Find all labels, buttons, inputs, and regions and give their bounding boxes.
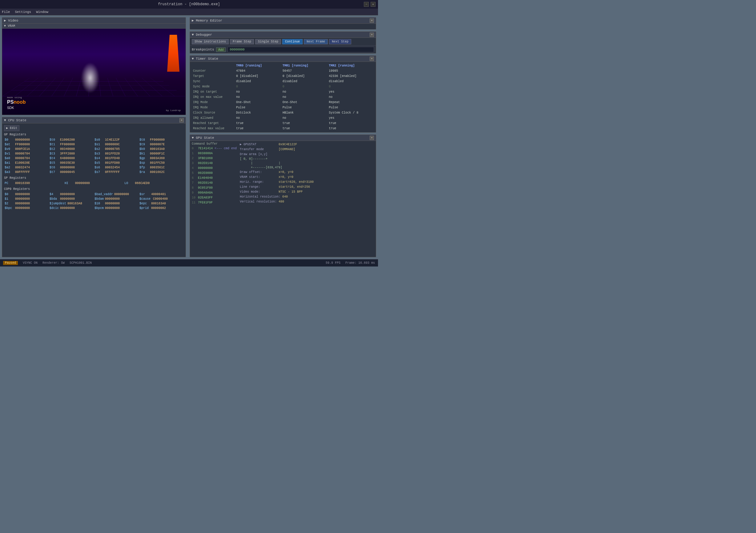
timer-irqmax-tmr1: no <box>281 94 328 100</box>
character-glow <box>81 63 99 93</box>
menu-file[interactable]: File <box>2 10 10 14</box>
gpu-close-button[interactable]: ✕ <box>370 136 374 140</box>
vram-header: ▼ VRAM <box>2 24 186 29</box>
title-bar-controls: − ✕ <box>364 2 376 7</box>
cop0-cause: $causeC0000400 <box>139 197 184 201</box>
menu-window[interactable]: Window <box>36 10 48 14</box>
timer-irqtarget-tmr0: no <box>235 89 281 94</box>
cop0-bpcm: $bpcm00000000 <box>94 206 139 210</box>
reg-v1: $v100000704 <box>4 151 49 156</box>
fps-display: 59.9 FPS <box>326 261 340 265</box>
timer-irqallowed-tmr1: no <box>281 116 328 120</box>
single-step-button[interactable]: Single Step <box>255 39 281 44</box>
frame-time-display: Frame: 16.693 ms <box>345 261 375 265</box>
timer-panel: ▼ Timer State ✕ TMR0 [running] TMR1 [run… <box>190 55 376 133</box>
timer-syncmode-tmr2: 0 <box>328 84 374 89</box>
reg-a3: $a300FFFFFF <box>4 170 49 174</box>
gpu-panel-header: ▼ GPU State ✕ <box>190 135 376 141</box>
reg-lo: LO066CAED0 <box>124 181 184 186</box>
timer-irqmode1-tmr0: One-Shot <box>235 100 281 105</box>
breakpoints-label: Breakpoints <box>192 48 214 51</box>
video-panel-header: ▶ Video <box>2 17 186 24</box>
cpu-panel-title: ▼ CPU State <box>4 119 26 122</box>
cop0-2: $200000000 <box>4 201 49 206</box>
cmd-4: 400000000 <box>192 166 237 171</box>
reg-t7: $t700000045 <box>49 170 94 174</box>
reg-sp: $sp801FFC50 <box>139 161 184 165</box>
gpu-panel: ▼ GPU State ✕ Command buffer 0 7E141414 … <box>190 134 376 257</box>
next-step-button[interactable]: Next Step <box>329 39 351 44</box>
reg-s4: $s4801FFD40 <box>94 156 139 161</box>
cmd-10: 1002EA03FF <box>192 196 237 200</box>
reg-t2: $t200340080 <box>49 147 94 151</box>
reg-s5: $s5801FFD00 <box>94 161 139 165</box>
timer-col0-header <box>192 63 235 68</box>
reg-0: $000000000 <box>4 138 49 142</box>
draw-area-row: Draw area [x,y] <box>240 152 374 157</box>
gpu-left-panel: Command buffer 0 7E141414 <--- cmd end 1… <box>192 142 237 256</box>
gpustat-row: ▶ GPUSTAT 0x9C4E122F <box>240 142 374 147</box>
cmd-0: 0 7E141414 <--- cmd end <box>192 146 237 151</box>
timer-irqmode2-tmr1: Pulse <box>281 105 328 110</box>
timer-sync-tmr0: disabled <box>235 79 281 84</box>
cop0-registers-label: COP0 Registers <box>4 187 184 191</box>
debugger-close-button[interactable]: ✕ <box>370 33 374 37</box>
cop0-register-grid: $000000000 $400000000 $bad_vaddr00000000… <box>4 192 184 210</box>
cop0-epc: $epc800163A0 <box>139 201 184 206</box>
cop0-bpc: $bpc00000000 <box>4 206 49 210</box>
cpu-edit-button[interactable]: ▶ Edit <box>4 125 19 131</box>
brand-name: PSnoob <box>7 99 26 106</box>
cmd-3: 3002E0140 <box>192 161 237 166</box>
cpu-content: ▶ Edit GP Registers $000000000 $t0E10002… <box>2 123 186 212</box>
close-window-button[interactable]: ✕ <box>371 2 376 7</box>
video-container: made using PSnoob SDK by Lundrop <box>2 29 186 115</box>
reg-gp: $gp8003A360 <box>139 156 184 161</box>
gp-registers-label: GP Registers <box>4 132 184 137</box>
cop0-0: $000000000 <box>4 192 49 197</box>
timer-reachedtarget-tmr2: true <box>328 120 374 126</box>
video-panel-title: ▶ Video <box>4 18 18 22</box>
timer-irqmax-tmr2: no <box>328 94 374 100</box>
reg-t6: $t600000008 <box>49 165 94 170</box>
cpu-close-button[interactable]: ✕ <box>179 118 184 122</box>
cop0-4: $400000000 <box>49 192 94 197</box>
add-breakpoint-button[interactable]: Add <box>216 47 226 52</box>
cmd-7: 7002E0140 <box>192 181 237 186</box>
cmd-6: 6E1404040 <box>192 176 237 181</box>
reg-t8: $t8FF000000 <box>139 138 184 142</box>
timer-content: TMR0 [running] TMR1 [running] TMR2 [runn… <box>190 62 376 132</box>
timer-irqallowed-label: IRQ allowed <box>192 116 235 120</box>
frame-step-button[interactable]: Frame Step <box>230 39 254 44</box>
next-frame-button[interactable]: Next Frame <box>304 39 328 44</box>
memory-editor-close-button[interactable]: ✕ <box>370 18 374 23</box>
window-title: frustration - [n00bdemo.exe] <box>158 2 220 7</box>
timer-reachedtarget-tmr0: true <box>235 120 281 126</box>
timer-irqmode2-label: IRQ Mode <box>192 105 235 110</box>
breakpoint-input[interactable] <box>228 47 374 52</box>
timer-irqmode2-tmr2: Pulse <box>328 105 374 110</box>
timer-target-label: Target <box>192 73 235 79</box>
cmd-5: 5002E0000 <box>192 171 237 176</box>
cop0-sr: $sr40000401 <box>139 192 184 197</box>
cmd-9: 9000A0A0A <box>192 191 237 196</box>
reg-a1: $a1E100020E <box>4 161 49 165</box>
draw-offset-row: Draw offset: x=0, y=0 <box>240 170 374 175</box>
timer-reachedmax-tmr0: true <box>235 126 281 131</box>
timer-target-tmr1: 0 [disabled] <box>281 73 328 79</box>
reg-a0: $a000000704 <box>4 156 49 161</box>
reg-pc: PC80016390 <box>4 181 64 186</box>
timer-clock-tmr2: System Clock / 8 <box>328 110 374 116</box>
show-instructions-button[interactable]: Show instructions <box>192 39 229 44</box>
timer-close-button[interactable]: ✕ <box>370 57 374 61</box>
reg-k0: $k0800163A0 <box>139 147 184 151</box>
timer-target-tmr2: 42336 [enabled] <box>328 73 374 79</box>
timer-clock-tmr0: Dotclock <box>235 110 281 116</box>
continue-button[interactable]: Continue <box>282 39 303 44</box>
timer-tmr1-header: TMR1 [running] <box>281 63 328 68</box>
menu-settings[interactable]: Settings <box>15 10 31 14</box>
minimize-button[interactable]: − <box>364 2 369 7</box>
reg-at: $atFF000000 <box>4 142 49 147</box>
timer-grid: TMR0 [running] TMR1 [running] TMR2 [runn… <box>192 63 374 131</box>
timer-irqtarget-label: IRQ on target <box>192 89 235 94</box>
reg-ra: $ra8001662C <box>139 170 184 174</box>
